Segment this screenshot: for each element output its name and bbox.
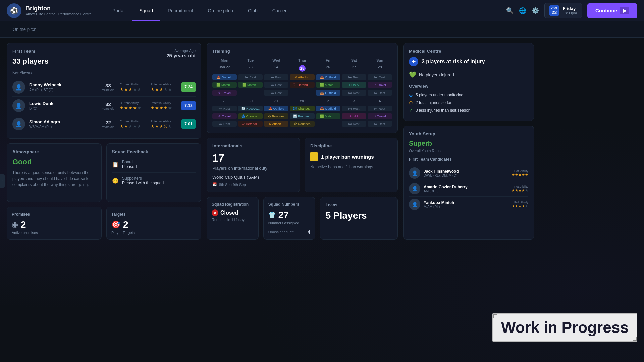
wip-corner-tl [493,314,497,318]
slot2-sat-1[interactable]: 🛏 Rest [342,106,366,111]
slot2-sun-2[interactable]: ✈ Travel [368,113,392,119]
slot2-sat-2[interactable]: ALN A [342,113,366,119]
slot2-sun-1[interactable]: 🛏 Rest [368,106,392,111]
player-row-adingra[interactable]: 👤 Simon Adingra WB/M/AM (RL) 22 Years ol… [12,115,196,133]
slot-mon-3[interactable]: ✈ Travel [212,90,237,96]
slot2-mon-2[interactable]: ✈ Travel [212,113,237,119]
supporters-label: Supporters [122,176,165,181]
medical-card: Medical Centre ✚ 3 players at risk of in… [403,43,534,121]
slot-fri-1[interactable]: 📤 Outfield [316,74,340,80]
squad-registration-card[interactable]: Squad Registration ✕ Closed Reopens in 1… [207,197,259,240]
player-age-num-dunk: 32 [101,101,116,107]
key-players-label: Key Players [12,70,196,74]
slot-mon-2[interactable]: 🟩 Match... [212,82,237,88]
date-30: 30 [238,99,263,103]
slot2-sun-3[interactable]: 🛏 Rest [368,121,392,127]
player-age-adingra: 22 Years old [101,120,116,129]
slot2-thur-1[interactable]: 🌀 Chance... [290,106,314,111]
slot-sat-2[interactable]: BON A [342,82,366,88]
slot2-mon-3[interactable]: 🛏 Rest [212,121,237,127]
nav-on-the-pitch[interactable]: On the pitch [200,0,240,21]
slot-tue-2[interactable]: 🟩 Match... [238,82,263,88]
targets-count: 2 [123,219,128,230]
slot-sun-1[interactable]: 🛏 Rest [368,74,392,80]
slot-thur-1[interactable]: ⚔ Attacki... [290,74,314,80]
player-current-stars-adingra: Current Ability ★★★★★ [120,120,147,129]
squad-reg-title: Squad Registration [212,202,254,207]
nav-portal[interactable]: Portal [105,0,132,21]
club-logo-icon: ⚽ [10,7,18,15]
slot-fri-2[interactable]: 🟩 Match... [316,82,340,88]
slot2-tue-2[interactable]: 🌀 Chonce... [238,113,263,119]
slot2-thur-3[interactable]: ⚙ Routines [290,121,314,127]
overview-title: Overview [409,84,528,89]
slot-tue-1[interactable]: 🛏 Rest [238,74,263,80]
feedback-supporters-info: Supporters Pleased with the squad. [122,176,165,185]
player-potential-stars-welbeck: Potential Ability ★★★★★ [151,83,177,92]
loans-card[interactable]: Loans 5 Players [320,197,398,240]
slot-wed-2[interactable]: 🛏 Rest [264,82,288,88]
nav-career[interactable]: Career [265,0,294,21]
slot-mon-1[interactable]: 📤 Outfield [212,74,237,80]
intl-date: 📅 8th Sep-9th Sep [212,182,294,187]
squad-numbers-card[interactable]: Squad Numbers 👕 27 Numbers assigned Unas… [263,197,315,240]
medical-icon: ✚ [409,57,418,66]
slot2-wed-2[interactable]: ⚙ Routines [264,113,288,119]
wip-text: Work in Progress [501,319,629,336]
board-label: Board [122,160,137,164]
settings-icon[interactable]: ⚙️ [532,7,539,14]
slot-wed-1[interactable]: 🛏 Rest [264,74,288,80]
youth-setup-title: Youth Setup [409,131,528,136]
youth-name-duberry: Amario Cozier Duberry [424,185,508,189]
sidebar-toggle[interactable]: ‹ [0,174,5,188]
slot-fri-3[interactable]: 📤 Outfield [316,90,340,96]
slot2-tue-3[interactable]: 🛡 Defendi... [238,121,263,127]
slot-sat-3[interactable]: 🛏 Rest [342,90,366,96]
player-row-dunk[interactable]: 👤 Lewis Dunk D (C) 32 Years old Current … [12,96,196,115]
topbar-right: 🔍 🌐 ⚙️ Aug 23 Friday 18:00pm Continue ▶ [506,3,637,18]
feedback-board-info: Board Pleased [122,160,137,169]
slot-sun-3[interactable]: 🛏 Rest [368,90,392,96]
globe-icon[interactable]: 🌐 [519,7,526,14]
slot-sun-2[interactable]: ✈ Travel [368,82,392,88]
youth-player-minteh[interactable]: 👤 Yankuba Minteh M/AM (RL) Pot. Ability … [409,196,528,212]
rating-val-welbeck: 7.24 [184,85,192,89]
search-icon[interactable]: 🔍 [506,7,514,14]
ban-warnings-text: 1 player ban warnings [321,154,374,160]
training-header-thur: Thur [290,57,314,64]
rating-val-dunk: 7.12 [184,103,192,108]
youth-pot-label-hinshelwood: Pot. Ability [514,169,528,173]
secondary-nav: On the pitch [0,21,644,38]
player-age-label-welbeck: Years old [101,88,116,92]
nav-recruitment[interactable]: Recruitment [160,0,200,21]
nav-club[interactable]: Club [240,0,265,21]
slot2-sat-3[interactable]: 🛏 Rest [342,121,366,127]
slot-wed-3[interactable]: 🛏 Rest [264,90,288,96]
slot2-wed-1[interactable]: 📤 Outfield [264,106,288,111]
youth-player-duberry[interactable]: 👤 Amario Cozier Duberry AM (RCL) Pot. Ab… [409,181,528,196]
slot2-fri-1[interactable]: 📤 Outfield [316,106,340,111]
subnav-on-the-pitch[interactable]: On the pitch [7,21,42,38]
youth-avatar-hinshelwood: 👤 [409,167,420,179]
player-row-welbeck[interactable]: 👤 Danny Welbeck AM (RL), ST (C) 33 Years… [12,78,196,96]
slot-thur-2[interactable]: 🛡 Defendi... [290,82,314,88]
youth-stars-duberry: ★★★★★ [512,188,528,193]
slot2-tue-1[interactable]: 🔄 Recove... [238,106,263,111]
slot-sat-1[interactable]: 🛏 Rest [342,74,366,80]
nav-squad[interactable]: Squad [132,0,160,21]
slot2-thur-2[interactable]: 🔄 Recove... [290,113,314,119]
player-age-label-adingra: Years old [101,125,116,129]
first-team-header: First Team 33 players Average Age 25 yea… [12,49,196,66]
continue-button[interactable]: Continue ▶ [587,3,637,18]
targets-card[interactable]: Targets 🎯 2 Player Targets [106,207,201,240]
no-injured-text: No players injured [419,72,454,77]
player-pos-adingra: WB/M/AM (RL) [29,125,97,129]
slot2-wed-3[interactable]: ⚔ Attacki... [264,121,288,127]
overview-monitoring: ⊕ 5 players under monitoring [409,92,528,98]
date-31: 31 [264,99,288,103]
youth-player-hinshelwood[interactable]: 👤 Jack Hinshelwood D/WB (RL), DM, M (C) … [409,165,528,181]
discipline-title: Discipline [310,143,392,148]
promises-card[interactable]: Promises ◉ 2 Active promises [7,207,102,240]
slot2-fri-2[interactable]: 🟩 Match... [316,113,340,119]
slot2-mon-1[interactable]: 🛏 Rest [212,106,237,111]
